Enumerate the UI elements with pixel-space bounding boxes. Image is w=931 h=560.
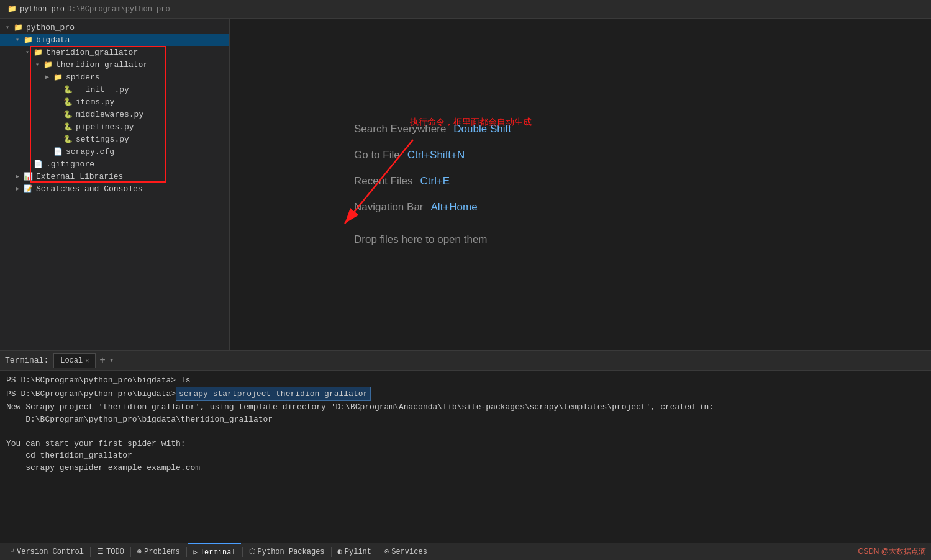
status-bar: ⑂ Version Control ☰ TODO ⊕ Problems ▷ Te…: [0, 543, 931, 560]
tree-label: python_pro: [26, 23, 75, 32]
cfg-file-icon: 📄: [52, 147, 63, 156]
shortcut-key: Ctrl+Shift+N: [407, 149, 465, 161]
services-icon: ⊙: [384, 547, 389, 556]
status-separator: [331, 547, 332, 557]
tree-item-python-pro[interactable]: ▾ 📁 python_pro: [0, 21, 229, 34]
tree-item-spiders[interactable]: ▶ 📁 spiders: [0, 71, 229, 83]
todo-icon: ☰: [97, 547, 104, 556]
scratch-icon: 📝: [22, 184, 34, 194]
terminal-prompt: PS D:\BCprogram\python_pro\bigdata>: [6, 376, 181, 385]
terminal-output-text: scrapy genspider example example.com: [6, 463, 200, 472]
git-file-icon: 📄: [32, 159, 43, 169]
status-terminal-label: Terminal: [200, 548, 236, 557]
tree-item-items-py[interactable]: 🐍 items.py: [0, 96, 229, 108]
status-python-packages[interactable]: ⬡ Python Packages: [244, 543, 330, 560]
status-terminal[interactable]: ▷ Terminal: [188, 543, 241, 560]
tree-label: spiders: [66, 73, 100, 82]
project-name: python_pro: [20, 5, 65, 14]
py-file-icon: 🐍: [62, 134, 73, 144]
shortcut-label: Go to File: [354, 149, 400, 161]
status-version-control-label: Version Control: [17, 548, 84, 556]
welcome-panel: Search Everywhere Double Shift Go to Fil…: [230, 19, 931, 350]
terminal-tab-close[interactable]: ✕: [85, 357, 89, 364]
py-file-icon: 🐍: [62, 97, 73, 107]
tree-item-theridion-inner[interactable]: ▾ 📁 theridion_grallator: [0, 58, 229, 71]
status-services[interactable]: ⊙ Services: [379, 543, 432, 560]
tree-item-external-libs[interactable]: ▶ 📊 External Libraries: [0, 170, 229, 183]
terminal-output-4: You can start your first spider with:: [6, 438, 925, 450]
pylint-icon: ◐: [338, 547, 342, 556]
folder-icon: 📁: [52, 72, 63, 82]
main-content: ▾ 📁 python_pro ▾ 📁 bigdata ▾ 📁 theridion…: [0, 19, 931, 350]
status-separator: [378, 547, 378, 557]
terminal-tab-local[interactable]: Local ✕: [53, 353, 96, 368]
status-separator: [90, 547, 91, 557]
tree-label: External Libraries: [36, 172, 123, 181]
tree-arrow: ▶: [12, 185, 22, 192]
tree-label: settings.py: [76, 135, 129, 144]
status-separator: [130, 547, 131, 557]
terminal-line-2: PS D:\BCprogram\python_pro\bigdata> scra…: [6, 387, 925, 402]
status-python-packages-label: Python Packages: [258, 548, 325, 556]
shortcut-recent-files: Recent Files Ctrl+E: [354, 175, 450, 187]
tree-item-middlewares-py[interactable]: 🐍 middlewares.py: [0, 108, 229, 120]
tree-item-scrapy-cfg[interactable]: 📄 scrapy.cfg: [0, 145, 229, 158]
tree-item-init-py[interactable]: 🐍 __init__.py: [0, 83, 229, 96]
shortcut-search-everywhere: Search Everywhere Double Shift: [354, 123, 511, 135]
status-pylint-label: Pylint: [345, 548, 371, 556]
status-problems-label: Problems: [144, 548, 180, 556]
project-tree: ▾ 📁 python_pro ▾ 📁 bigdata ▾ 📁 theridion…: [0, 19, 229, 350]
terminal-output-1: New Scrapy project 'theridion_grallator'…: [6, 401, 925, 413]
shortcut-nav-bar: Navigation Bar Alt+Home: [354, 201, 478, 214]
shortcut-key: Alt+Home: [431, 201, 478, 214]
status-version-control[interactable]: ⑂ Version Control: [5, 543, 89, 560]
folder-icon: 📁: [22, 35, 34, 45]
tree-label: __init__.py: [76, 85, 129, 94]
editor-area: 执行命令，框里面都会自动生成 Search Everywhere Double …: [230, 19, 931, 350]
version-control-icon: ⑂: [10, 548, 14, 556]
status-todo-label: TODO: [106, 548, 124, 556]
tree-arrow: ▾: [32, 61, 42, 68]
terminal-output-3: [6, 425, 925, 438]
tree-item-scratches[interactable]: ▶ 📝 Scratches and Consoles: [0, 183, 229, 195]
sidebar: ▾ 📁 python_pro ▾ 📁 bigdata ▾ 📁 theridion…: [0, 19, 230, 350]
terminal-cmd-highlighted: scrapy startproject theridion_grallator: [176, 387, 371, 402]
tree-arrow: ▾: [12, 36, 22, 43]
tree-label: theridion_grallator: [56, 60, 148, 70]
tree-item-bigdata[interactable]: ▾ 📁 bigdata: [0, 34, 229, 46]
shortcut-label: Navigation Bar: [354, 201, 424, 214]
tree-item-gitignore[interactable]: 📄 .gitignore: [0, 158, 229, 170]
py-file-icon: 🐍: [62, 84, 73, 94]
drop-files-text: Drop files here to open them: [354, 233, 488, 246]
terminal-prompt: PS D:\BCprogram\python_pro\bigdata>: [6, 388, 176, 400]
terminal-output-text: D:\BCprogram\python_pro\bigdata\theridio…: [6, 415, 273, 424]
status-right: CSDN @大数据点滴: [858, 546, 926, 557]
status-pylint[interactable]: ◐ Pylint: [333, 543, 376, 560]
terminal-dropdown-button[interactable]: ▾: [109, 356, 114, 365]
library-icon: 📊: [22, 171, 34, 181]
terminal-add-button[interactable]: +: [96, 355, 109, 366]
project-icon: 📁: [6, 4, 17, 14]
status-services-label: Services: [391, 548, 427, 556]
terminal-icon: ▷: [193, 548, 198, 557]
tree-label: middlewares.py: [76, 110, 143, 119]
tree-item-theridion-outer[interactable]: ▾ 📁 theridion_grallator: [0, 46, 229, 58]
status-todo[interactable]: ☰ TODO: [92, 543, 129, 560]
py-file-icon: 🐍: [62, 109, 73, 119]
tree-item-pipelines-py[interactable]: 🐍 pipelines.py: [0, 120, 229, 133]
project-path: D:\BCprogram\python_pro: [67, 5, 170, 14]
python-packages-icon: ⬡: [249, 547, 255, 556]
tree-item-settings-py[interactable]: 🐍 settings.py: [0, 133, 229, 145]
shortcut-goto-file: Go to File Ctrl+Shift+N: [354, 149, 465, 161]
terminal-tabs: Terminal: Local ✕ + ▾: [0, 351, 931, 371]
status-separator: [242, 547, 243, 557]
status-problems[interactable]: ⊕ Problems: [132, 543, 185, 560]
tree-label: bigdata: [36, 35, 70, 45]
terminal-output-6: scrapy genspider example example.com: [6, 462, 925, 474]
terminal-cmd: ls: [181, 376, 191, 385]
folder-icon: 📁: [12, 22, 24, 32]
tree-label: theridion_grallator: [46, 48, 138, 57]
csdn-badge: CSDN @大数据点滴: [858, 546, 926, 557]
tree-label: scrapy.cfg: [66, 147, 114, 156]
terminal-content[interactable]: PS D:\BCprogram\python_pro\bigdata> ls P…: [0, 371, 931, 543]
